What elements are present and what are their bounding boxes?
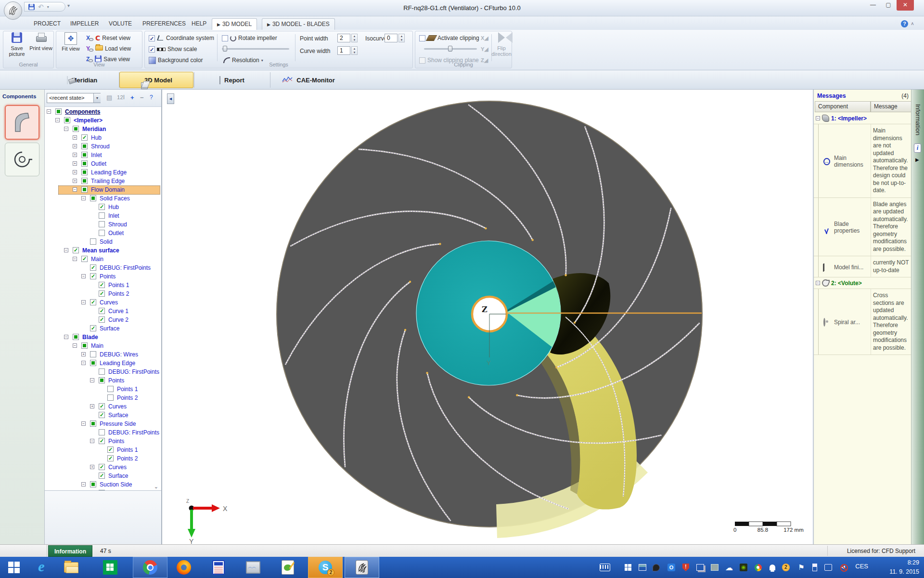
menu-tab-help[interactable]: HELP (187, 18, 211, 30)
tree-item-curve-2[interactable]: Curve 2 (45, 315, 161, 324)
quick-access-more-icon[interactable]: ▾ (67, 3, 70, 8)
tree-expander-icon[interactable]: − (73, 187, 77, 192)
tree-item-points[interactable]: −Points (45, 272, 161, 281)
dual-monitor-icon[interactable] (695, 562, 706, 573)
tree-checkbox[interactable] (99, 368, 105, 375)
tree-item-points-1[interactable]: Points 1 (45, 281, 161, 289)
tree-item-trailing-edge[interactable]: +Trailing Edge (45, 177, 161, 185)
tree-item-inlet[interactable]: +Inlet (45, 151, 161, 159)
tree-item-mean-surface[interactable]: −Mean surface (45, 246, 161, 255)
coordinate-system-toggle[interactable]: ✓ Coordinate system (149, 34, 214, 42)
flag-icon[interactable]: ⚑ (796, 562, 807, 573)
tree-expander-icon[interactable]: + (90, 465, 94, 469)
print-view-button[interactable]: Print view (29, 32, 52, 61)
tree-checkbox[interactable] (99, 212, 105, 219)
tree-expander-icon[interactable]: − (81, 482, 86, 486)
tree-checkbox[interactable] (99, 377, 105, 383)
tree-expander-icon[interactable]: + (73, 161, 77, 166)
tree-item-flow-domain[interactable]: −Flow Domain (45, 185, 161, 194)
clip-y-button[interactable]: Y◢ (481, 45, 488, 53)
point-width-stepper[interactable]: 2 ▲▼ (337, 34, 358, 42)
tree-expander-icon[interactable]: + (81, 352, 86, 356)
menu-tab-3d-model[interactable]: ▶3D MODEL (212, 18, 257, 30)
curve-width-arrows-icon[interactable]: ▲▼ (351, 46, 358, 55)
tree-expander-icon[interactable]: + (90, 404, 94, 408)
status-information-tab[interactable]: Information (48, 545, 92, 557)
tree-checkbox[interactable] (99, 316, 105, 323)
message-group-1-impeller-[interactable]: −1: <Impeller> (814, 113, 911, 124)
ribbon-collapse-icon[interactable]: ˄ (911, 21, 914, 26)
tree-help-icon[interactable]: ? (150, 94, 153, 101)
tree-expander-icon[interactable]: − (55, 118, 60, 122)
rotate-speed-slider[interactable] (222, 46, 289, 52)
tree-checkbox[interactable] (90, 299, 96, 305)
load-view-button[interactable]: YLoad view (86, 44, 131, 53)
tree-item-points[interactable]: −Points (45, 376, 161, 385)
tab-cae-monitor[interactable]: CAE-Monitor (270, 72, 346, 88)
tree-checkbox[interactable] (90, 325, 96, 331)
tree-expander-icon[interactable]: − (81, 421, 86, 426)
tree-expander-icon[interactable]: − (64, 248, 68, 252)
message-group-2-volute-[interactable]: −2: <Volute> (814, 277, 911, 289)
x-view-icon[interactable]: X (86, 35, 93, 41)
tree-checkbox[interactable] (107, 386, 114, 392)
point-width-value[interactable]: 2 (337, 34, 350, 42)
message-row-blade-properties[interactable]: Blade propertiesBlade angles are updated… (814, 198, 911, 257)
tree-expander-icon[interactable]: + (73, 153, 77, 157)
cloud-icon[interactable]: ☁ (724, 562, 734, 573)
fit-view-button[interactable]: ✥ Fit view (59, 32, 82, 61)
tree-expander-icon[interactable]: − (81, 274, 86, 278)
tree-checkbox[interactable] (99, 403, 105, 409)
tab-3d-model[interactable]: 3D Model (119, 72, 193, 88)
activate-clipping-toggle[interactable]: ✓ Activate clipping (419, 34, 479, 42)
close-button[interactable]: ✕ (897, 0, 914, 11)
tree-item-suction-side[interactable]: −Suction Side (45, 480, 161, 489)
impeller-thumbnail[interactable] (5, 105, 39, 140)
tree-item-debug-wires[interactable]: +DEBUG: Wires (45, 350, 161, 359)
isocurves-stepper[interactable]: 0 ▲▼ (385, 34, 405, 42)
tree-checkbox[interactable] (90, 195, 96, 201)
network-device-icon[interactable] (637, 562, 648, 573)
tree-checkbox[interactable] (73, 247, 79, 253)
chrome-tray-icon[interactable] (753, 562, 763, 573)
tree-expander-icon[interactable]: − (64, 335, 68, 339)
tree-item-points-1[interactable]: Points 1 (45, 385, 161, 394)
help-icon[interactable]: ? (901, 20, 908, 27)
tab-meridian[interactable]: Meridian (46, 72, 118, 88)
show-scale-toggle[interactable]: ✓ Show scale (149, 45, 197, 53)
tree-checkbox[interactable] (55, 108, 62, 115)
volume-muted-icon[interactable] (838, 562, 849, 573)
tree-item-points-2[interactable]: Points 2 (45, 394, 161, 402)
tree-expander-icon[interactable]: − (73, 343, 77, 348)
tree-expander-icon[interactable]: − (90, 439, 94, 443)
tree-item-curves[interactable]: +Curves (45, 402, 161, 411)
point-width-arrows-icon[interactable]: ▲▼ (351, 34, 358, 42)
clipping-position-slider[interactable] (424, 46, 477, 52)
tree-checkbox[interactable] (99, 290, 105, 297)
tree-checkbox[interactable] (99, 464, 105, 470)
tree-item-pressure-side[interactable]: −Pressure Side (45, 420, 161, 428)
group-expander-icon[interactable]: − (816, 281, 820, 285)
tree-expander-icon[interactable]: + (73, 144, 77, 148)
tree-checkbox[interactable] (81, 178, 88, 184)
tree-item-shroud[interactable]: +Shroud (45, 142, 161, 151)
tree-item-meridian[interactable]: −Meridian (45, 125, 161, 133)
tree-item-debug-firstpoints[interactable]: DEBUG: FirstPoints (45, 263, 161, 272)
tab-report[interactable]: Report (194, 72, 270, 88)
expand-panel-icon[interactable]: ▶ (915, 157, 919, 162)
tree-checkbox[interactable] (99, 308, 105, 314)
tree-item-debug-firstpoints[interactable]: DEBUG: FirstPoints (45, 428, 161, 437)
menu-tab-impeller[interactable]: IMPELLER (65, 18, 103, 30)
app-o-icon[interactable]: O (666, 562, 677, 573)
undo-dropdown-icon[interactable]: ▾ (47, 5, 49, 9)
tree-checkbox[interactable] (99, 282, 105, 288)
tree-checkbox[interactable] (73, 334, 79, 340)
tree-item-main[interactable]: −Main (45, 255, 161, 263)
tree-checkbox[interactable] (90, 238, 96, 245)
tree-item-solid-faces[interactable]: −Solid Faces (45, 194, 161, 203)
minimize-button[interactable]: — (866, 0, 880, 11)
coordinate-system-checkbox[interactable]: ✓ (149, 35, 155, 41)
network-monitor-icon[interactable] (823, 562, 834, 573)
maximize-button[interactable]: ▢ (881, 0, 896, 11)
tree-checkbox[interactable] (90, 351, 96, 357)
